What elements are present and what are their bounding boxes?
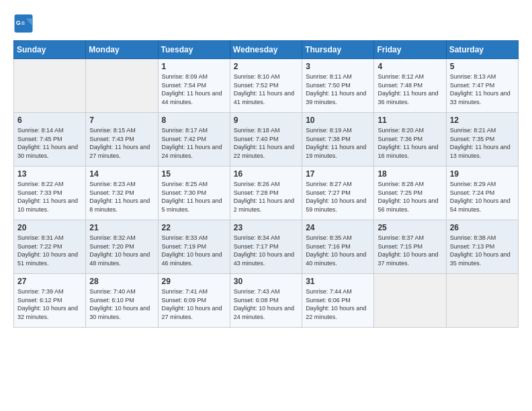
day-cell: 2Sunrise: 8:10 AMSunset: 7:52 PMDaylight…: [230, 59, 302, 113]
day-number: 2: [234, 62, 298, 71]
day-info: Sunrise: 8:31 AMSunset: 7:22 PMDaylight:…: [17, 234, 82, 267]
day-number: 26: [450, 223, 515, 232]
day-number: 6: [17, 116, 82, 125]
day-number: 24: [306, 223, 370, 232]
day-number: 19: [450, 169, 515, 179]
day-info: Sunrise: 8:28 AMSunset: 7:25 PMDaylight:…: [378, 180, 442, 214]
page-header: G B: [13, 13, 519, 34]
svg-text:B: B: [21, 20, 25, 26]
logo: G B: [13, 13, 36, 34]
day-cell: 8Sunrise: 8:17 AMSunset: 7:42 PMDaylight…: [158, 113, 230, 167]
day-info: Sunrise: 8:09 AMSunset: 7:54 PMDaylight:…: [162, 73, 226, 106]
day-info: Sunrise: 8:13 AMSunset: 7:47 PMDaylight:…: [450, 73, 515, 106]
day-number: 3: [306, 62, 370, 71]
day-number: 28: [89, 277, 154, 286]
day-cell: 19Sunrise: 8:29 AMSunset: 7:24 PMDayligh…: [446, 167, 518, 220]
day-number: 23: [234, 223, 298, 232]
day-info: Sunrise: 8:18 AMSunset: 7:40 PMDaylight:…: [234, 126, 298, 160]
day-cell: [14, 59, 86, 113]
day-number: 25: [378, 223, 442, 232]
day-number: 16: [234, 169, 298, 179]
day-number: 15: [162, 169, 226, 179]
day-cell: 5Sunrise: 8:13 AMSunset: 7:47 PMDaylight…: [446, 59, 518, 113]
day-info: Sunrise: 8:12 AMSunset: 7:48 PMDaylight:…: [378, 73, 442, 106]
day-number: 5: [450, 62, 515, 71]
day-cell: 12Sunrise: 8:21 AMSunset: 7:35 PMDayligh…: [446, 113, 518, 167]
day-info: Sunrise: 7:43 AMSunset: 6:08 PMDaylight:…: [234, 287, 298, 321]
day-info: Sunrise: 8:21 AMSunset: 7:35 PMDaylight:…: [450, 126, 515, 160]
day-info: Sunrise: 8:15 AMSunset: 7:43 PMDaylight:…: [89, 126, 154, 160]
day-cell: 17Sunrise: 8:27 AMSunset: 7:27 PMDayligh…: [302, 167, 374, 220]
day-number: 30: [234, 277, 298, 286]
day-number: 21: [89, 223, 154, 232]
day-cell: 18Sunrise: 8:28 AMSunset: 7:25 PMDayligh…: [374, 167, 446, 220]
day-number: 7: [89, 116, 154, 125]
day-number: 13: [17, 169, 82, 179]
day-info: Sunrise: 8:32 AMSunset: 7:20 PMDaylight:…: [89, 234, 154, 267]
day-cell: 27Sunrise: 7:39 AMSunset: 6:12 PMDayligh…: [14, 274, 86, 328]
day-cell: 10Sunrise: 8:19 AMSunset: 7:38 PMDayligh…: [302, 113, 374, 167]
day-info: Sunrise: 8:11 AMSunset: 7:50 PMDaylight:…: [306, 73, 370, 106]
day-cell: 4Sunrise: 8:12 AMSunset: 7:48 PMDaylight…: [374, 59, 446, 113]
column-header-sunday: Sunday: [14, 41, 86, 59]
day-cell: 24Sunrise: 8:35 AMSunset: 7:16 PMDayligh…: [302, 220, 374, 274]
day-cell: 23Sunrise: 8:34 AMSunset: 7:17 PMDayligh…: [230, 220, 302, 274]
day-cell: 13Sunrise: 8:22 AMSunset: 7:33 PMDayligh…: [14, 167, 86, 220]
day-cell: [446, 274, 518, 328]
day-info: Sunrise: 7:39 AMSunset: 6:12 PMDaylight:…: [17, 287, 82, 321]
day-info: Sunrise: 8:23 AMSunset: 7:32 PMDaylight:…: [89, 180, 154, 214]
column-header-monday: Monday: [86, 41, 158, 59]
day-cell: 1Sunrise: 8:09 AMSunset: 7:54 PMDaylight…: [158, 59, 230, 113]
day-cell: 11Sunrise: 8:20 AMSunset: 7:36 PMDayligh…: [374, 113, 446, 167]
day-info: Sunrise: 8:20 AMSunset: 7:36 PMDaylight:…: [378, 126, 442, 160]
day-number: 18: [378, 169, 442, 179]
header-row: SundayMondayTuesdayWednesdayThursdayFrid…: [14, 41, 519, 59]
day-number: 14: [89, 169, 154, 179]
day-number: 11: [378, 116, 442, 125]
day-info: Sunrise: 7:41 AMSunset: 6:09 PMDaylight:…: [162, 287, 226, 321]
day-cell: 29Sunrise: 7:41 AMSunset: 6:09 PMDayligh…: [158, 274, 230, 328]
day-info: Sunrise: 7:44 AMSunset: 6:06 PMDaylight:…: [306, 287, 370, 321]
day-number: 22: [162, 223, 226, 232]
day-info: Sunrise: 8:34 AMSunset: 7:17 PMDaylight:…: [234, 234, 298, 267]
day-cell: 15Sunrise: 8:25 AMSunset: 7:30 PMDayligh…: [158, 167, 230, 220]
day-cell: 21Sunrise: 8:32 AMSunset: 7:20 PMDayligh…: [86, 220, 158, 274]
day-cell: 9Sunrise: 8:18 AMSunset: 7:40 PMDaylight…: [230, 113, 302, 167]
day-info: Sunrise: 8:35 AMSunset: 7:16 PMDaylight:…: [306, 234, 370, 267]
day-number: 4: [378, 62, 442, 71]
day-number: 10: [306, 116, 370, 125]
day-number: 29: [162, 277, 226, 286]
svg-text:G: G: [16, 19, 21, 26]
day-number: 17: [306, 169, 370, 179]
day-number: 31: [306, 277, 370, 286]
day-cell: [374, 274, 446, 328]
week-row-4: 20Sunrise: 8:31 AMSunset: 7:22 PMDayligh…: [14, 220, 519, 274]
day-info: Sunrise: 8:17 AMSunset: 7:42 PMDaylight:…: [162, 126, 226, 160]
day-cell: 28Sunrise: 7:40 AMSunset: 6:10 PMDayligh…: [86, 274, 158, 328]
day-number: 27: [17, 277, 82, 286]
day-number: 1: [162, 62, 226, 71]
week-row-1: 1Sunrise: 8:09 AMSunset: 7:54 PMDaylight…: [14, 59, 519, 113]
day-info: Sunrise: 8:22 AMSunset: 7:33 PMDaylight:…: [17, 180, 82, 214]
day-cell: 20Sunrise: 8:31 AMSunset: 7:22 PMDayligh…: [14, 220, 86, 274]
day-info: Sunrise: 8:14 AMSunset: 7:45 PMDaylight:…: [17, 126, 82, 160]
day-info: Sunrise: 8:33 AMSunset: 7:19 PMDaylight:…: [162, 234, 226, 267]
day-cell: 16Sunrise: 8:26 AMSunset: 7:28 PMDayligh…: [230, 167, 302, 220]
day-info: Sunrise: 8:19 AMSunset: 7:38 PMDaylight:…: [306, 126, 370, 160]
day-cell: [86, 59, 158, 113]
week-row-5: 27Sunrise: 7:39 AMSunset: 6:12 PMDayligh…: [14, 274, 519, 328]
day-info: Sunrise: 8:38 AMSunset: 7:13 PMDaylight:…: [450, 234, 515, 267]
column-header-saturday: Saturday: [446, 41, 518, 59]
day-info: Sunrise: 8:29 AMSunset: 7:24 PMDaylight:…: [450, 180, 515, 214]
day-cell: 31Sunrise: 7:44 AMSunset: 6:06 PMDayligh…: [302, 274, 374, 328]
day-number: 20: [17, 223, 82, 232]
week-row-3: 13Sunrise: 8:22 AMSunset: 7:33 PMDayligh…: [14, 167, 519, 220]
day-number: 12: [450, 116, 515, 125]
day-info: Sunrise: 8:26 AMSunset: 7:28 PMDaylight:…: [234, 180, 298, 214]
week-row-2: 6Sunrise: 8:14 AMSunset: 7:45 PMDaylight…: [14, 113, 519, 167]
day-number: 8: [162, 116, 226, 125]
day-cell: 26Sunrise: 8:38 AMSunset: 7:13 PMDayligh…: [446, 220, 518, 274]
day-cell: 6Sunrise: 8:14 AMSunset: 7:45 PMDaylight…: [14, 113, 86, 167]
day-info: Sunrise: 8:37 AMSunset: 7:15 PMDaylight:…: [378, 234, 442, 267]
day-cell: 30Sunrise: 7:43 AMSunset: 6:08 PMDayligh…: [230, 274, 302, 328]
